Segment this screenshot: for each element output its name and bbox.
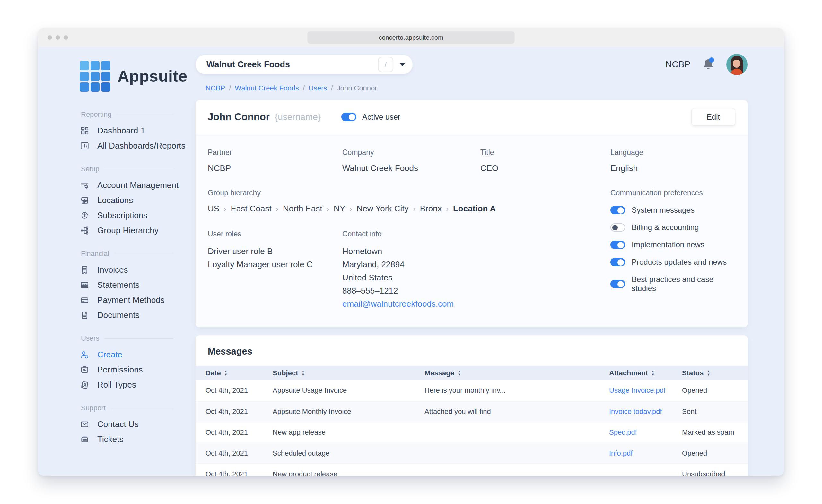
sidebar-item-create[interactable]: Create (80, 347, 173, 362)
attachment-link[interactable]: Invoice todav.pdf (609, 407, 662, 415)
column-header-status[interactable]: Status▲▼ (682, 366, 748, 380)
pref-billing-accounting: Billing & accounting (610, 223, 735, 232)
group-hierarchy-label: Group hierarchy (208, 189, 610, 197)
user-detail-card: John Connor {username} Active user Edit … (195, 100, 748, 327)
field-title: Title CEO (480, 148, 610, 173)
field-value: CEO (480, 163, 610, 173)
column-header-subject[interactable]: Subject▲▼ (273, 366, 424, 380)
sidebar-item-permissions[interactable]: Permissions (80, 362, 173, 377)
section-divider (111, 408, 173, 408)
sidebar-item-invoices[interactable]: Invoices (80, 262, 173, 278)
cell-status: Marked as spam (682, 422, 748, 443)
section-title: Setup (81, 165, 99, 173)
comm-prefs-label: Communication preferences (610, 189, 735, 197)
edit-button[interactable]: Edit (691, 108, 735, 126)
best-practices-toggle[interactable] (610, 280, 625, 288)
breadcrumb-link-company[interactable]: Walnut Creek Foods (235, 84, 299, 92)
notification-dot (709, 57, 714, 63)
sidebar-item-label: Payment Methods (97, 295, 165, 305)
sidebar-section-users: Users (81, 334, 173, 343)
cell-date: Oct 4th, 2021 (195, 464, 273, 476)
sort-icon: ▲▼ (301, 370, 305, 376)
cell-date: Oct 4th, 2021 (195, 401, 273, 422)
pref-label: Best practices and case studies (632, 275, 735, 293)
group-hierarchy-path: US East Coast North East NY New York Cit… (208, 204, 610, 214)
user-avatar[interactable] (726, 54, 748, 75)
avatar-image (726, 54, 748, 75)
brand-name: Appsuite (117, 67, 187, 86)
contact-line: United States (342, 271, 480, 284)
window-controls[interactable] (47, 35, 68, 40)
sidebar-item-label: Account Management (97, 180, 178, 190)
column-header-date[interactable]: Date▲▼ (195, 366, 273, 380)
cell-subject: Appsuite Usage Invoice (273, 380, 424, 401)
sidebar-item-label: Create (97, 350, 122, 360)
address-bar[interactable]: concerto.appsuite.com (308, 31, 515, 44)
window-minimize-button[interactable] (56, 35, 60, 40)
tickets-icon (80, 434, 90, 444)
pref-product-updates: Products updates and news (610, 258, 735, 267)
system-messages-toggle[interactable] (610, 206, 625, 214)
contact-email-link[interactable]: email@walnutcreekfoods.com (342, 299, 454, 309)
toggle-knob (618, 259, 624, 266)
sidebar-item-label: Documents (97, 310, 140, 320)
sidebar-item-account-management[interactable]: Account Management (80, 178, 173, 193)
pref-system-messages: System messages (610, 206, 735, 215)
field-value: English (610, 163, 735, 173)
screen: concerto.appsuite.com Appsuite Reporting (0, 0, 822, 504)
sidebar-item-label: Contact Us (97, 419, 139, 429)
contact-info: Contact info Hometown Maryland, 22894 Un… (342, 230, 480, 311)
field-label: Title (480, 148, 610, 157)
cell-subject: New app release (273, 422, 424, 443)
cell-subject: Scheduled outage (273, 443, 424, 464)
user-roles-label: User roles (208, 230, 342, 238)
pref-label: Implementation news (632, 240, 705, 249)
user-card-body: Partner NCBP Company Walnut Creek Foods … (195, 134, 748, 327)
slash-shortcut-badge: / (378, 57, 393, 72)
breadcrumb-link-users[interactable]: Users (309, 84, 327, 92)
column-header-attachment[interactable]: Attachment▲▼ (609, 366, 682, 380)
field-company: Company Walnut Creek Foods (342, 148, 480, 173)
active-user-toggle[interactable] (341, 113, 356, 121)
sidebar-item-payment-methods[interactable]: Payment Methods (80, 293, 173, 308)
sidebar-item-dashboard-1[interactable]: Dashboard 1 (80, 123, 173, 138)
sidebar-item-group-hierarchy[interactable]: Group Hierarchy (80, 223, 173, 238)
user-roles: User roles Driver user role B Loyalty Ma… (208, 230, 342, 311)
product-updates-toggle[interactable] (610, 258, 625, 266)
attachment-link[interactable]: Spec.pdf (609, 428, 637, 436)
envelope-icon (80, 419, 90, 429)
pref-label: Products updates and news (632, 258, 727, 267)
sidebar-item-all-dashboards-reports[interactable]: All Dashboards/Reports (80, 138, 173, 153)
subscription-renew-icon (80, 210, 90, 220)
sidebar-item-locations[interactable]: Locations (80, 193, 173, 208)
sidebar-item-contact-us[interactable]: Contact Us (80, 417, 173, 432)
hierarchy-node: New York City (357, 204, 415, 214)
section-divider (104, 338, 173, 339)
partner-code: NCBP (665, 59, 690, 70)
column-header-message[interactable]: Message▲▼ (424, 366, 609, 380)
billing-accounting-toggle[interactable] (610, 223, 625, 232)
company-selector[interactable]: Walnut Creek Foods / (195, 55, 413, 74)
app-logo[interactable]: Appsuite (80, 61, 195, 92)
sidebar-item-statements[interactable]: Statements (80, 278, 173, 293)
sidebar-item-roll-types[interactable]: Roll Types (80, 377, 173, 392)
pref-implementation-news: Implementation news (610, 240, 735, 249)
sidebar-item-documents[interactable]: Documents (80, 308, 173, 323)
bell-icon (701, 57, 715, 72)
sidebar-section-support: Support (81, 404, 173, 412)
hierarchy-node-current: Location A (453, 204, 496, 214)
implementation-news-toggle[interactable] (610, 241, 625, 249)
sidebar-item-subscriptions[interactable]: Subscriptions (80, 208, 173, 223)
toggle-knob (349, 114, 355, 120)
window-close-button[interactable] (47, 35, 52, 40)
window-zoom-button[interactable] (64, 35, 68, 40)
attachment-link[interactable]: Info.pdf (609, 449, 633, 457)
sidebar-item-tickets[interactable]: Tickets (80, 432, 173, 447)
user-name: John Connor (208, 111, 270, 123)
user-add-icon (80, 350, 90, 360)
breadcrumb-link-ncbp[interactable]: NCBP (206, 84, 225, 92)
attachment-link[interactable]: Usage Invoice.pdf (609, 386, 666, 394)
notifications-bell[interactable] (701, 57, 715, 72)
field-label: Language (610, 148, 735, 157)
hierarchy-node: US (208, 204, 226, 214)
